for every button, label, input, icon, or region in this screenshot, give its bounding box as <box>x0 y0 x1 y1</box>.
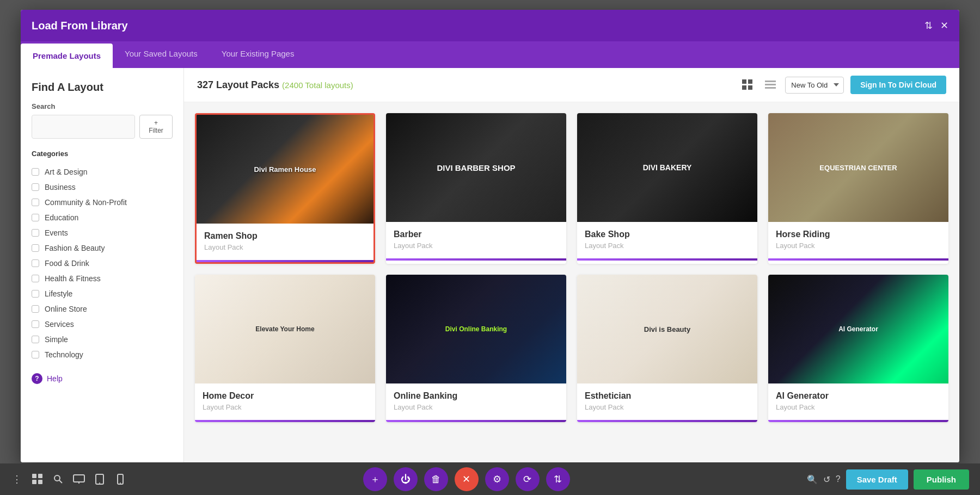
category-checkbox-business[interactable] <box>32 183 39 191</box>
category-item-technology[interactable]: Technology <box>32 347 173 362</box>
category-item-food[interactable]: Food & Drink <box>32 256 173 271</box>
category-label-store: Online Store <box>45 305 87 313</box>
category-label-simple: Simple <box>45 335 68 344</box>
card-info-4: Horse Riding Layout Pack <box>768 222 948 258</box>
list-view-icon[interactable] <box>762 77 779 93</box>
layout-card-3[interactable]: Bake Shop Layout Pack <box>577 113 757 264</box>
arrows-button[interactable]: ⇅ <box>546 467 570 491</box>
category-checkbox-health[interactable] <box>32 275 39 282</box>
card-name-6: Online Banking <box>394 391 559 401</box>
category-checkbox-food[interactable] <box>32 259 39 267</box>
search-small-icon[interactable]: 🔍 <box>807 474 818 485</box>
card-footer-6 <box>386 420 566 422</box>
power-button[interactable]: ⏻ <box>394 467 418 491</box>
category-checkbox-simple[interactable] <box>32 336 39 343</box>
category-item-fashion[interactable]: Fashion & Beauty <box>32 240 173 256</box>
help-bottom-icon[interactable]: ? <box>836 474 841 484</box>
category-checkbox-services[interactable] <box>32 320 39 328</box>
close-button[interactable]: ✕ <box>455 467 479 491</box>
layout-card-5[interactable]: Home Decor Layout Pack <box>195 275 375 422</box>
settings-button[interactable]: ⚙ <box>485 467 509 491</box>
resize-icon[interactable]: ⇅ <box>924 20 933 32</box>
category-checkbox-community[interactable] <box>32 199 39 206</box>
layout-card-7[interactable]: Esthetician Layout Pack <box>577 275 757 422</box>
category-checkbox-education[interactable] <box>32 214 39 221</box>
cloud-button[interactable]: Sign In To Divi Cloud <box>850 76 946 94</box>
publish-button[interactable]: Publish <box>914 469 969 490</box>
mobile-icon[interactable] <box>114 473 126 485</box>
tab-saved[interactable]: Your Saved Layouts <box>113 41 210 68</box>
svg-line-12 <box>59 480 63 484</box>
category-checkbox-technology[interactable] <box>32 351 39 358</box>
card-name-4: Horse Riding <box>776 230 941 239</box>
filter-button[interactable]: + Filter <box>139 115 173 139</box>
dots-icon[interactable]: ⋮ <box>11 473 23 485</box>
card-info-2: Barber Layout Pack <box>386 222 566 258</box>
category-checkbox-lifestyle[interactable] <box>32 290 39 298</box>
card-image-1 <box>197 115 373 224</box>
bottom-center-actions: ＋ ⏻ 🗑 ✕ ⚙ ⟳ ⇅ <box>363 467 570 491</box>
category-item-events[interactable]: Events <box>32 225 173 240</box>
tab-existing[interactable]: Your Existing Pages <box>210 41 307 68</box>
category-checkbox-fashion[interactable] <box>32 244 39 252</box>
tablet-icon[interactable] <box>94 473 106 485</box>
category-item-store[interactable]: Online Store <box>32 301 173 317</box>
category-label-services: Services <box>45 320 74 329</box>
categories-list: Art & Design Business Community & Non-Pr… <box>32 164 173 362</box>
grid-view-icon[interactable] <box>739 77 756 93</box>
category-label-food: Food & Drink <box>45 259 89 268</box>
category-item-health[interactable]: Health & Fitness <box>32 271 173 286</box>
layout-card-2[interactable]: Barber Layout Pack <box>386 113 566 264</box>
category-checkbox-store[interactable] <box>32 305 39 313</box>
card-name-3: Bake Shop <box>585 230 750 239</box>
category-item-simple[interactable]: Simple <box>32 332 173 347</box>
card-footer-8 <box>768 420 948 422</box>
refresh-icon[interactable]: ↺ <box>823 474 830 485</box>
svg-rect-10 <box>38 480 42 484</box>
category-item-art[interactable]: Art & Design <box>32 164 173 180</box>
history-button[interactable]: ⟳ <box>516 467 540 491</box>
category-label-art: Art & Design <box>45 168 88 176</box>
category-item-services[interactable]: Services <box>32 317 173 332</box>
category-item-lifestyle[interactable]: Lifestyle <box>32 286 173 301</box>
svg-rect-0 <box>742 79 746 84</box>
add-button[interactable]: ＋ <box>363 467 387 491</box>
card-image-8 <box>768 275 948 383</box>
bottom-bar: ⋮ ＋ ⏻ 🗑 ✕ ⚙ ⟳ ⇅ 🔍 ↺ ? Save Draft Publish <box>0 463 980 495</box>
svg-rect-2 <box>742 85 746 90</box>
layout-card-6[interactable]: Online Banking Layout Pack <box>386 275 566 422</box>
modules-icon[interactable] <box>32 473 44 485</box>
category-item-education[interactable]: Education <box>32 210 173 225</box>
svg-point-17 <box>99 482 100 484</box>
toolbar-right: New To OldOld To NewA to ZZ to A Sign In… <box>739 76 946 94</box>
layouts-grid: Ramen Shop Layout Pack Barber Layout Pac… <box>184 102 959 462</box>
header-icons: ⇅ ✕ <box>924 20 948 32</box>
category-item-business[interactable]: Business <box>32 180 173 195</box>
tab-premade[interactable]: Premade Layouts <box>21 44 113 68</box>
layout-card-1[interactable]: Ramen Shop Layout Pack <box>195 113 375 264</box>
category-item-community[interactable]: Community & Non-Profit <box>32 195 173 210</box>
trash-button[interactable]: 🗑 <box>424 467 448 491</box>
card-info-3: Bake Shop Layout Pack <box>577 222 757 258</box>
layout-card-4[interactable]: Horse Riding Layout Pack <box>768 113 948 264</box>
search-input[interactable] <box>32 115 135 139</box>
help-icon: ? <box>32 373 42 384</box>
category-checkbox-art[interactable] <box>32 168 39 176</box>
layout-card-8[interactable]: AI Generator Layout Pack <box>768 275 948 422</box>
sort-select[interactable]: New To OldOld To NewA to ZZ to A <box>785 77 844 94</box>
modal-header: Load From Library ⇅ ✕ <box>21 10 959 41</box>
card-info-7: Esthetician Layout Pack <box>577 383 757 420</box>
help-link[interactable]: ? Help <box>32 373 173 384</box>
sidebar-title: Find A Layout <box>32 81 173 94</box>
card-image-6 <box>386 275 566 383</box>
svg-rect-1 <box>748 79 752 84</box>
desktop-icon[interactable] <box>73 473 85 485</box>
modal-body: Find A Layout Search + Filter Categories… <box>21 68 959 462</box>
card-image-5 <box>195 275 375 383</box>
close-icon[interactable]: ✕ <box>940 20 948 32</box>
search-icon[interactable] <box>52 473 64 485</box>
search-row: + Filter <box>32 115 173 139</box>
category-checkbox-events[interactable] <box>32 229 39 237</box>
svg-rect-7 <box>32 474 36 478</box>
save-draft-button[interactable]: Save Draft <box>846 469 908 490</box>
